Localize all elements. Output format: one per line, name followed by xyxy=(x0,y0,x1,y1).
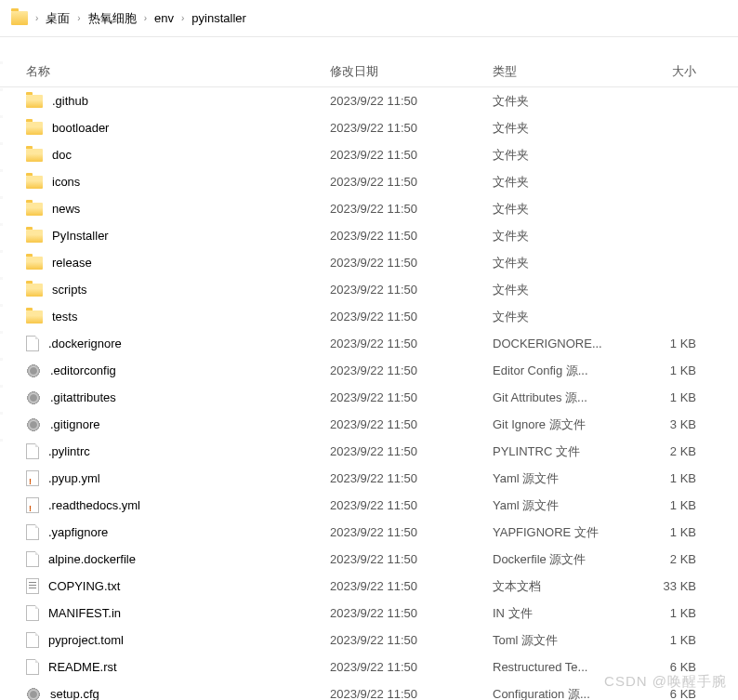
file-row[interactable]: .gitattributes2023/9/22 11:50Git Attribu… xyxy=(0,384,738,411)
file-type: Git Ignore 源文件 xyxy=(493,416,637,433)
file-row[interactable]: news2023/9/22 11:50文件夹 xyxy=(0,195,738,222)
file-date: 2023/9/22 11:50 xyxy=(330,687,493,700)
breadcrumb-item[interactable]: 热氧细胞 xyxy=(83,8,142,29)
column-header-name[interactable]: 名称 xyxy=(0,63,330,80)
file-type: 文件夹 xyxy=(493,255,637,271)
breadcrumb[interactable]: › 桌面 › 热氧细胞 › env › pyinstaller xyxy=(0,0,738,37)
folder-icon xyxy=(26,149,43,162)
file-row[interactable]: .editorconfig2023/9/22 11:50Editor Confi… xyxy=(0,357,738,384)
file-date: 2023/9/22 11:50 xyxy=(330,444,493,458)
file-name: setup.cfg xyxy=(50,687,99,700)
column-header-size[interactable]: 大小 xyxy=(637,63,711,80)
file-date: 2023/9/22 11:50 xyxy=(330,229,493,243)
file-date: 2023/9/22 11:50 xyxy=(330,579,493,593)
file-row[interactable]: scripts2023/9/22 11:50文件夹 xyxy=(0,276,738,303)
file-name: scripts xyxy=(52,283,87,297)
file-type: Yaml 源文件 xyxy=(493,470,637,487)
file-size: 3 KB xyxy=(637,417,711,431)
file-name: bootloader xyxy=(52,121,109,135)
file-type: Toml 源文件 xyxy=(493,632,637,649)
gear-icon xyxy=(26,363,41,378)
breadcrumb-item[interactable]: 桌面 xyxy=(40,8,75,29)
file-row[interactable]: tests2023/9/22 11:50文件夹 xyxy=(0,303,738,330)
file-row[interactable]: doc2023/9/22 11:50文件夹 xyxy=(0,141,738,168)
folder-icon xyxy=(11,11,28,25)
file-row[interactable]: .pyup.yml2023/9/22 11:50Yaml 源文件1 KB xyxy=(0,465,738,492)
file-size: 1 KB xyxy=(637,498,711,512)
file-row[interactable]: alpine.dockerfile2023/9/22 11:50Dockerfi… xyxy=(0,546,738,573)
file-size: 6 KB xyxy=(637,660,711,674)
file-type: Dockerfile 源文件 xyxy=(493,551,637,568)
file-row[interactable]: .readthedocs.yml2023/9/22 11:50Yaml 源文件1… xyxy=(0,492,738,519)
file-date: 2023/9/22 11:50 xyxy=(330,337,493,350)
file-row[interactable]: release2023/9/22 11:50文件夹 xyxy=(0,249,738,276)
file-date: 2023/9/22 11:50 xyxy=(330,202,493,216)
file-name: tests xyxy=(52,310,77,324)
file-row[interactable]: COPYING.txt2023/9/22 11:50文本文档33 KB xyxy=(0,573,738,600)
file-name: .editorconfig xyxy=(50,363,116,377)
file-row[interactable]: README.rst2023/9/22 11:50Restructured Te… xyxy=(0,654,738,680)
file-row[interactable]: PyInstaller2023/9/22 11:50文件夹 xyxy=(0,222,738,249)
file-name: .readthedocs.yml xyxy=(48,498,140,512)
file-date: 2023/9/22 11:50 xyxy=(330,633,493,647)
file-icon xyxy=(26,524,39,540)
file-name: COPYING.txt xyxy=(48,579,120,593)
txt-icon xyxy=(26,578,39,594)
file-name: icons xyxy=(52,175,80,189)
file-name: README.rst xyxy=(48,660,117,674)
file-size: 2 KB xyxy=(637,552,711,566)
file-type: Git Attributes 源... xyxy=(493,390,637,406)
gear-icon xyxy=(26,687,41,701)
file-type: 文件夹 xyxy=(493,282,637,298)
file-type: 文件夹 xyxy=(493,201,637,218)
column-header-type[interactable]: 类型 xyxy=(493,63,637,80)
file-type: YAPFIGNORE 文件 xyxy=(493,524,637,541)
yaml-icon xyxy=(26,470,39,486)
file-size: 1 KB xyxy=(637,471,711,485)
file-row[interactable]: .yapfignore2023/9/22 11:50YAPFIGNORE 文件1… xyxy=(0,519,738,546)
file-name: pyproject.toml xyxy=(48,633,124,647)
file-type: Restructured Te... xyxy=(493,660,637,674)
file-row[interactable]: .gitignore2023/9/22 11:50Git Ignore 源文件3… xyxy=(0,411,738,438)
folder-icon xyxy=(26,310,43,324)
file-type: Configuration 源... xyxy=(493,686,637,701)
file-row[interactable]: pyproject.toml2023/9/22 11:50Toml 源文件1 K… xyxy=(0,627,738,654)
file-type: 文件夹 xyxy=(493,147,637,164)
file-name: release xyxy=(52,256,92,270)
file-type: 文件夹 xyxy=(493,228,637,244)
file-date: 2023/9/22 11:50 xyxy=(330,660,493,674)
file-size: 1 KB xyxy=(637,363,711,377)
breadcrumb-item[interactable]: pyinstaller xyxy=(186,9,252,27)
file-date: 2023/9/22 11:50 xyxy=(330,121,493,135)
file-type: 文件夹 xyxy=(493,174,637,191)
file-type: 文本文档 xyxy=(493,578,637,595)
breadcrumb-item[interactable]: env xyxy=(149,9,179,27)
chevron-right-icon: › xyxy=(35,13,38,23)
file-type: DOCKERIGNORE... xyxy=(493,337,637,350)
file-size: 2 KB xyxy=(637,444,711,458)
file-name: alpine.dockerfile xyxy=(48,552,136,566)
file-date: 2023/9/22 11:50 xyxy=(330,525,493,539)
file-size: 33 KB xyxy=(637,579,711,593)
column-header-date[interactable]: 修改日期 xyxy=(330,63,493,80)
file-row[interactable]: setup.cfg2023/9/22 11:50Configuration 源.… xyxy=(0,680,738,700)
folder-icon xyxy=(26,257,43,270)
file-row[interactable]: bootloader2023/9/22 11:50文件夹 xyxy=(0,114,738,141)
file-name: .gitignore xyxy=(50,417,99,431)
file-date: 2023/9/22 11:50 xyxy=(330,94,493,108)
file-row[interactable]: .github2023/9/22 11:50文件夹 xyxy=(0,87,738,114)
file-size: 1 KB xyxy=(637,337,711,350)
file-date: 2023/9/22 11:50 xyxy=(330,552,493,566)
file-name: .dockerignore xyxy=(48,337,122,350)
file-size: 6 KB xyxy=(637,687,711,700)
file-date: 2023/9/22 11:50 xyxy=(330,283,493,297)
gear-icon xyxy=(26,417,41,432)
file-row[interactable]: MANIFEST.in2023/9/22 11:50IN 文件1 KB xyxy=(0,600,738,627)
file-row[interactable]: icons2023/9/22 11:50文件夹 xyxy=(0,168,738,195)
file-name: .pyup.yml xyxy=(48,471,100,485)
file-date: 2023/9/22 11:50 xyxy=(330,148,493,162)
gear-icon xyxy=(26,390,41,405)
file-row[interactable]: .dockerignore2023/9/22 11:50DOCKERIGNORE… xyxy=(0,330,738,357)
file-row[interactable]: .pylintrc2023/9/22 11:50PYLINTRC 文件2 KB xyxy=(0,438,738,465)
file-icon xyxy=(26,443,39,459)
